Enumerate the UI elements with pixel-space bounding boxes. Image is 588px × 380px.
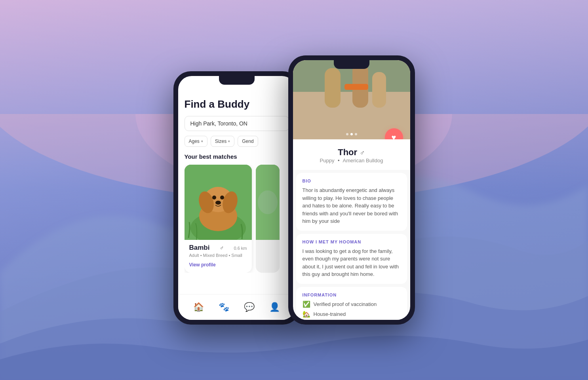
information-title: INFORMATION xyxy=(303,293,401,297)
location-input[interactable]: High Park, Toronto, ON xyxy=(185,116,289,131)
hooman-card: HOW I MET MY HOOMAN I was looking to get… xyxy=(296,234,407,284)
bio-card: BIO Thor is abundantly energetic and alw… xyxy=(296,173,407,231)
paw-nav-icon[interactable]: 🐾 xyxy=(219,302,229,312)
chat-nav-icon[interactable]: 💬 xyxy=(244,302,255,312)
photo-dots xyxy=(346,133,357,135)
pet-card-bambi-info: Bambi ♂ 0.6 km Adult • Mixed Breed • Sma… xyxy=(185,240,252,273)
dot-1 xyxy=(346,133,348,135)
dot-3 xyxy=(355,133,357,135)
phones-container: Find a Buddy High Park, Toronto, ON Ages… xyxy=(0,0,588,380)
heart-icon: ♥ xyxy=(392,133,396,140)
profile-nav-icon[interactable]: 👤 xyxy=(269,302,280,312)
information-card: INFORMATION ✅ Verified proof of vaccinat… xyxy=(296,287,407,320)
house-icon: 🏡 xyxy=(303,310,310,318)
pet-card-bambi-image xyxy=(185,165,252,240)
profile-photo-area: ♥ xyxy=(293,60,410,139)
bambi-details: Adult • Mixed Breed • Small xyxy=(189,253,247,258)
bio-text: Thor is abundantly energetic and always … xyxy=(303,186,401,225)
svg-rect-17 xyxy=(372,72,386,108)
profile-header: Thor ♂ Puppy • American Bulldog xyxy=(293,139,410,170)
card-partial-img xyxy=(256,165,280,240)
hooman-title: HOW I MET MY HOOMAN xyxy=(303,239,401,244)
best-matches-label: Your best matches xyxy=(185,153,289,160)
hooman-text: I was looking to get a dog for the famil… xyxy=(303,247,401,278)
view-profile-link[interactable]: View profile xyxy=(189,262,216,268)
bambi-name: Bambi xyxy=(189,244,210,252)
svg-point-12 xyxy=(258,190,278,214)
gender-filter[interactable]: Gend xyxy=(238,136,258,147)
phone-1: Find a Buddy High Park, Toronto, ON Ages… xyxy=(173,71,300,325)
profile-scroll[interactable]: ♥ Thor ♂ Puppy • American Bulldog xyxy=(293,60,410,320)
svg-rect-15 xyxy=(325,68,341,108)
home-nav-icon[interactable]: 🏠 xyxy=(193,302,204,312)
check-icon: ✅ xyxy=(303,300,310,308)
find-buddy-title: Find a Buddy xyxy=(185,98,289,110)
pet-card-bambi: Bambi ♂ 0.6 km Adult • Mixed Breed • Sma… xyxy=(185,165,252,273)
ages-filter[interactable]: Ages ▾ xyxy=(185,136,207,147)
card-partial xyxy=(256,165,280,273)
svg-point-10 xyxy=(215,201,221,205)
dot-2 xyxy=(350,133,353,135)
bottom-nav: 🏠 🐾 💬 👤 xyxy=(178,294,295,320)
thor-breed: Puppy • American Bulldog xyxy=(299,158,404,163)
svg-point-9 xyxy=(220,196,224,200)
bio-title: BIO xyxy=(303,179,401,183)
svg-rect-18 xyxy=(344,84,368,90)
thor-name: Thor ♂ xyxy=(299,147,404,158)
vaccination-item: ✅ Verified proof of vaccination xyxy=(303,300,401,308)
sizes-filter[interactable]: Sizes ▾ xyxy=(211,136,234,147)
phone-2-screen: ♥ Thor ♂ Puppy • American Bulldog xyxy=(293,60,410,320)
phone-1-notch xyxy=(219,76,255,85)
cards-row: Bambi ♂ 0.6 km Adult • Mixed Breed • Sma… xyxy=(185,165,289,273)
ages-chevron-icon: ▾ xyxy=(201,139,203,143)
house-trained-item: 🏡 House-trained xyxy=(303,310,401,318)
filters-row: Ages ▾ Sizes ▾ Gend xyxy=(185,136,289,147)
svg-point-8 xyxy=(212,196,216,200)
phone-2-notch xyxy=(334,60,369,69)
phone-2: ♥ Thor ♂ Puppy • American Bulldog xyxy=(288,55,415,325)
bambi-gender: ♂ xyxy=(220,245,224,251)
phone-1-screen: Find a Buddy High Park, Toronto, ON Ages… xyxy=(178,76,295,320)
bambi-distance: 0.6 km xyxy=(234,246,247,251)
sizes-chevron-icon: ▾ xyxy=(228,139,230,143)
